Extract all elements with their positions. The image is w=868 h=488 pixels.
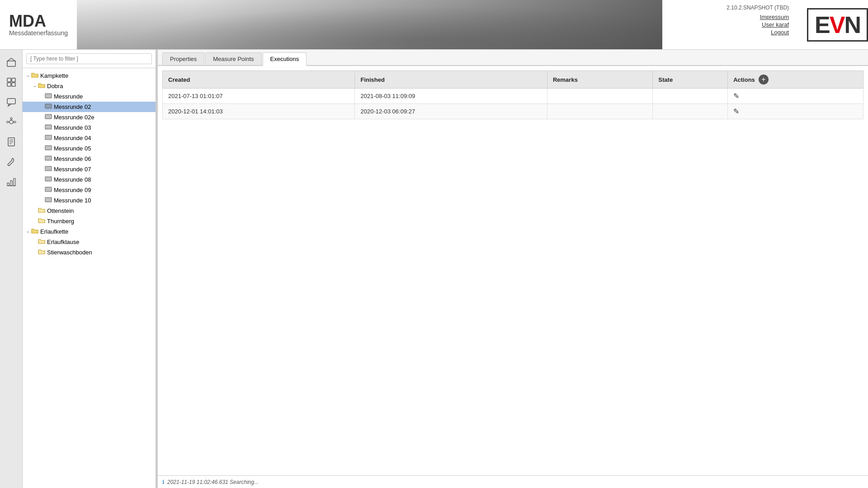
tree-filter-input[interactable] bbox=[26, 53, 152, 64]
tree-item-messrunde-05[interactable]: Messrunde 05 bbox=[23, 143, 156, 154]
tree-toggle-dobra[interactable]: − bbox=[32, 84, 38, 89]
tree-item-stierwaschboden[interactable]: Stierwaschboden bbox=[23, 247, 156, 258]
tree-label-messrunde-09: Messrunde 09 bbox=[54, 187, 91, 193]
remarks-cell bbox=[547, 104, 652, 119]
tabs-bar: PropertiesMeasure PointsExecutions bbox=[158, 50, 868, 66]
svg-rect-2 bbox=[12, 78, 15, 82]
tree-label-dobra: Dobra bbox=[47, 83, 63, 89]
tree-item-messrunde-09[interactable]: Messrunde 09 bbox=[23, 185, 156, 195]
impressum-link[interactable]: Impressum bbox=[760, 14, 789, 20]
svg-point-6 bbox=[9, 120, 13, 124]
app-title: MDA bbox=[9, 13, 68, 29]
tree-item-messrunde-06[interactable]: Messrunde 06 bbox=[23, 154, 156, 164]
header-banner bbox=[77, 0, 662, 49]
svg-rect-17 bbox=[7, 183, 9, 186]
tree-item-thurnberg[interactable]: Thurnberg bbox=[23, 216, 156, 226]
logo-e: E bbox=[815, 12, 830, 38]
tree-item-kampkette[interactable]: −Kampkette bbox=[23, 70, 156, 81]
tree-icon-messrunde-02e bbox=[45, 113, 52, 121]
col-finished: Finished bbox=[355, 71, 547, 89]
svg-rect-0 bbox=[7, 61, 15, 66]
tools-icon[interactable] bbox=[3, 154, 19, 170]
tree-item-messrunde-08[interactable]: Messrunde 08 bbox=[23, 174, 156, 185]
logout-link[interactable]: Logout bbox=[771, 29, 789, 36]
tree-label-kampkette: Kampkette bbox=[40, 72, 68, 79]
tree-label-ottenstein: Ottenstein bbox=[47, 207, 74, 214]
tree-item-ottenstein[interactable]: Ottenstein bbox=[23, 206, 156, 216]
col-state: State bbox=[653, 71, 728, 89]
svg-rect-1 bbox=[7, 78, 11, 82]
tree-label-messrunde-03: Messrunde 03 bbox=[54, 124, 91, 131]
app-header: MDA Messdatenerfassung 2.10.2.SNAPSHOT (… bbox=[0, 0, 868, 50]
main-area: −Kampkette−DobraMessrundeMessrunde 02Mes… bbox=[0, 50, 868, 488]
evn-logo-box: EVN bbox=[807, 8, 868, 42]
user-label: User karaf bbox=[762, 21, 789, 28]
finished-cell: 2021-08-03 11:09:09 bbox=[355, 89, 547, 104]
tree-label-thurnberg: Thurnberg bbox=[47, 218, 74, 225]
col-actions: Actions+ bbox=[728, 71, 863, 89]
status-bar: ℹ 2021-11-19 11:02:46.631 Searching... bbox=[158, 475, 868, 488]
tree-item-messrunde-10[interactable]: Messrunde 10 bbox=[23, 195, 156, 206]
tree-item-dobra[interactable]: −Dobra bbox=[23, 81, 156, 91]
chart-icon[interactable] bbox=[3, 174, 19, 190]
created-cell: 2020-12-01 14:01:03 bbox=[163, 104, 355, 119]
content-panel: PropertiesMeasure PointsExecutions Creat… bbox=[158, 50, 868, 488]
tree-label-erlaufklause: Erlaufklause bbox=[47, 239, 80, 245]
tree-item-erlaufkette[interactable]: −Erlaufkette bbox=[23, 226, 156, 237]
tab-properties[interactable]: Properties bbox=[162, 52, 204, 65]
tree-toggle-kampkette[interactable]: − bbox=[25, 73, 31, 79]
grid-icon[interactable] bbox=[3, 74, 19, 90]
executions-table: CreatedFinishedRemarksStateActions+ 2021… bbox=[162, 70, 863, 119]
network-icon[interactable] bbox=[3, 114, 19, 130]
tree-label-messrunde-04: Messrunde 04 bbox=[54, 135, 91, 141]
tree-icon-dobra bbox=[38, 82, 45, 90]
home-icon[interactable] bbox=[3, 54, 19, 70]
tree-item-messrunde-02[interactable]: Messrunde 02 bbox=[23, 102, 156, 112]
add-execution-button[interactable]: + bbox=[759, 75, 769, 84]
sidebar-icons bbox=[0, 50, 23, 488]
tree-label-stierwaschboden: Stierwaschboden bbox=[47, 249, 92, 256]
tree-item-messrunde-03[interactable]: Messrunde 03 bbox=[23, 122, 156, 133]
logo-n: N bbox=[844, 12, 860, 38]
tree-icon-messrunde-04 bbox=[45, 134, 52, 142]
tree-panel: −Kampkette−DobraMessrundeMessrunde 02Mes… bbox=[23, 50, 156, 488]
tree-label-messrunde-02: Messrunde 02 bbox=[54, 103, 91, 110]
action-cell: ✎ bbox=[728, 104, 863, 119]
state-cell bbox=[653, 104, 728, 119]
svg-point-8 bbox=[14, 121, 16, 123]
col-created: Created bbox=[163, 71, 355, 89]
tree-label-messrunde-10: Messrunde 10 bbox=[54, 197, 91, 204]
tree-item-messrunde-07[interactable]: Messrunde 07 bbox=[23, 164, 156, 174]
version-label: 2.10.2.SNAPSHOT (TBD) bbox=[726, 5, 789, 11]
header-links: Impressum User karaf Logout bbox=[760, 14, 789, 36]
tree-icon-messrunde-10 bbox=[45, 197, 52, 204]
tree-icon-kampkette bbox=[31, 72, 38, 80]
tree-item-messrunde[interactable]: Messrunde bbox=[23, 91, 156, 102]
svg-rect-3 bbox=[7, 83, 11, 86]
edit-icon[interactable]: ✎ bbox=[733, 108, 739, 115]
remarks-cell bbox=[547, 89, 652, 104]
tree-item-erlaufklause[interactable]: Erlaufklause bbox=[23, 237, 156, 247]
tab-measure-points[interactable]: Measure Points bbox=[205, 52, 261, 65]
created-cell: 2021-07-13 01:01:07 bbox=[163, 89, 355, 104]
document-icon[interactable] bbox=[3, 134, 19, 150]
tree-item-messrunde-02e[interactable]: Messrunde 02e bbox=[23, 112, 156, 122]
status-info-icon: ℹ bbox=[162, 479, 165, 485]
svg-rect-5 bbox=[7, 99, 15, 104]
header-right: 2.10.2.SNAPSHOT (TBD) Impressum User kar… bbox=[662, 0, 798, 49]
tab-executions[interactable]: Executions bbox=[263, 52, 307, 66]
app-subtitle: Messdatenerfassung bbox=[9, 29, 68, 37]
banner-image bbox=[77, 0, 662, 49]
tree-icon-messrunde-05 bbox=[45, 145, 52, 152]
tree-icon-messrunde-06 bbox=[45, 155, 52, 163]
tree-toggle-erlaufkette[interactable]: − bbox=[25, 229, 31, 235]
evn-logo: EVN bbox=[807, 0, 868, 49]
svg-point-9 bbox=[7, 121, 9, 123]
edit-icon[interactable]: ✎ bbox=[733, 92, 739, 100]
svg-point-7 bbox=[10, 117, 12, 119]
chat-icon[interactable] bbox=[3, 94, 19, 110]
actions-header: Actions+ bbox=[733, 75, 858, 84]
tree-item-messrunde-04[interactable]: Messrunde 04 bbox=[23, 133, 156, 143]
tree-icon-erlaufklause bbox=[38, 238, 45, 246]
svg-rect-18 bbox=[10, 181, 12, 186]
